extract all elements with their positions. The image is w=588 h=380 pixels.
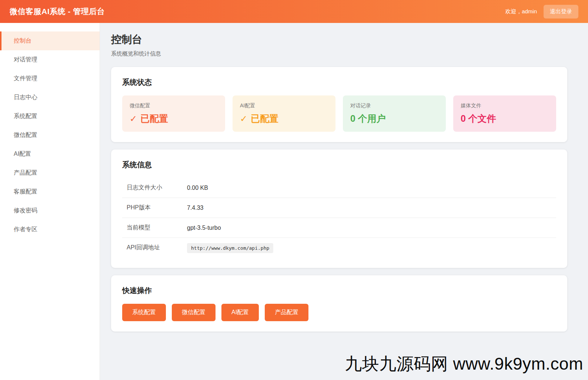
sidebar-item-log-center[interactable]: 日志中心 — [0, 88, 100, 107]
quick-buttons: 系统配置 微信配置 AI配置 产品配置 — [122, 304, 556, 321]
site-watermark: 九块九源码网 www.9k9ym.com — [345, 353, 583, 376]
tile-label: 微信配置 — [130, 102, 218, 109]
tile-label: AI配置 — [240, 102, 328, 109]
system-info-table: 日志文件大小 0.00 KB PHP版本 7.4.33 当前模型 gpt-3.5… — [122, 178, 556, 258]
logout-button[interactable]: 退出登录 — [544, 5, 578, 19]
sidebar-item-system-config[interactable]: 系统配置 — [0, 107, 100, 126]
tile-label: 对话记录 — [350, 102, 438, 109]
tile-value-text: 0 个文件 — [461, 112, 496, 125]
quick-actions-card: 快速操作 系统配置 微信配置 AI配置 产品配置 — [111, 275, 567, 332]
check-icon: ✓ — [130, 114, 137, 124]
tile-label: 媒体文件 — [461, 102, 549, 109]
sidebar-item-dashboard[interactable]: 控制台 — [0, 31, 100, 50]
sidebar-item-author-zone[interactable]: 作者专区 — [0, 220, 100, 239]
system-status-title: 系统状态 — [122, 77, 556, 87]
info-value: gpt-3.5-turbo — [187, 225, 221, 231]
tile-value: ✓ 已配置 — [130, 112, 218, 125]
sidebar-item-change-password[interactable]: 修改密码 — [0, 201, 100, 220]
info-label: PHP版本 — [127, 204, 187, 212]
top-header: 微信客服AI系统 - 管理后台 欢迎，admin 退出登录 — [0, 0, 588, 23]
tile-value: 0 个用户 — [350, 112, 438, 125]
status-tile-wechat-config: 微信配置 ✓ 已配置 — [122, 95, 225, 132]
main-content: 控制台 系统概览和统计信息 系统状态 微信配置 ✓ 已配置 AI配置 ✓ 已配置 — [100, 23, 588, 380]
info-row-php-version: PHP版本 7.4.33 — [122, 198, 556, 218]
tile-value-text: 0 个用户 — [350, 112, 386, 125]
welcome-text: 欢迎，admin — [505, 8, 537, 15]
info-value: 7.4.33 — [187, 205, 203, 211]
system-info-title: 系统信息 — [122, 160, 556, 170]
status-tiles: 微信配置 ✓ 已配置 AI配置 ✓ 已配置 对话记录 0 — [122, 95, 556, 132]
info-row-api-callback: API回调地址 http://www.dkym.com/api.php — [122, 238, 556, 258]
tile-value-text: 已配置 — [140, 112, 168, 125]
sidebar-item-file-management[interactable]: 文件管理 — [0, 69, 100, 88]
quick-ai-config-button[interactable]: AI配置 — [221, 304, 259, 321]
sidebar-item-wechat-config[interactable]: 微信配置 — [0, 126, 100, 145]
sidebar-item-service-config[interactable]: 客服配置 — [0, 182, 100, 201]
system-info-card: 系统信息 日志文件大小 0.00 KB PHP版本 7.4.33 当前模型 gp… — [111, 149, 567, 268]
info-row-current-model: 当前模型 gpt-3.5-turbo — [122, 218, 556, 238]
info-row-log-size: 日志文件大小 0.00 KB — [122, 178, 556, 198]
check-icon: ✓ — [240, 114, 247, 124]
system-status-card: 系统状态 微信配置 ✓ 已配置 AI配置 ✓ 已配置 — [111, 67, 567, 142]
api-callback-url: http://www.dkym.com/api.php — [187, 243, 273, 253]
tile-value-text: 已配置 — [251, 112, 278, 125]
sidebar: 控制台 对话管理 文件管理 日志中心 系统配置 微信配置 AI配置 产品配置 客… — [0, 23, 100, 380]
tile-value: 0 个文件 — [461, 112, 549, 125]
info-label: API回调地址 — [127, 244, 187, 252]
quick-product-config-button[interactable]: 产品配置 — [265, 304, 308, 321]
status-tile-media-files: 媒体文件 0 个文件 — [453, 95, 556, 132]
header-right: 欢迎，admin 退出登录 — [505, 5, 578, 19]
info-value: 0.00 KB — [187, 185, 208, 191]
sidebar-item-chat-management[interactable]: 对话管理 — [0, 50, 100, 69]
sidebar-item-product-config[interactable]: 产品配置 — [0, 164, 100, 182]
tile-value: ✓ 已配置 — [240, 112, 328, 125]
info-label: 当前模型 — [127, 224, 187, 232]
page-title: 控制台 — [111, 33, 567, 47]
status-tile-chat-records: 对话记录 0 个用户 — [343, 95, 446, 132]
info-label: 日志文件大小 — [127, 184, 187, 192]
page-subtitle: 系统概览和统计信息 — [111, 50, 567, 57]
status-tile-ai-config: AI配置 ✓ 已配置 — [233, 95, 335, 132]
quick-system-config-button[interactable]: 系统配置 — [122, 304, 166, 321]
quick-wechat-config-button[interactable]: 微信配置 — [172, 304, 216, 321]
sidebar-item-ai-config[interactable]: AI配置 — [0, 145, 100, 164]
app-title: 微信客服AI系统 - 管理后台 — [10, 6, 105, 17]
quick-actions-title: 快速操作 — [122, 286, 556, 296]
